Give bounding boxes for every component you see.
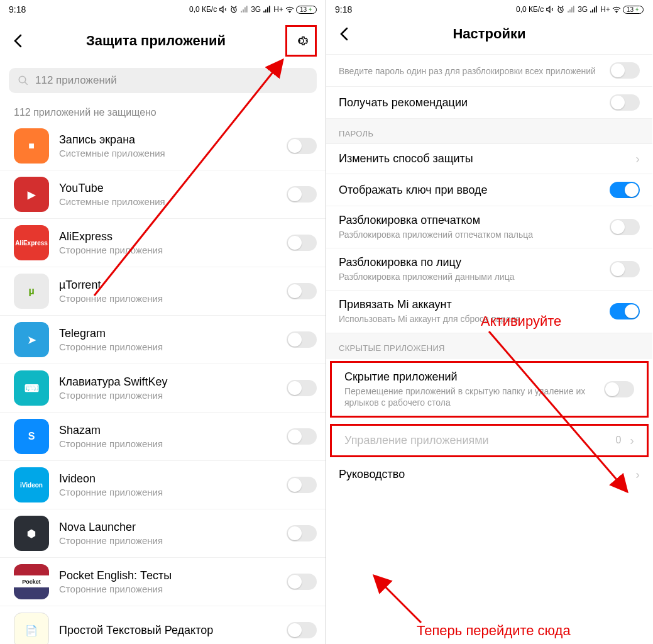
toggle-show-key[interactable]: [610, 182, 640, 198]
back-button[interactable]: [9, 32, 26, 50]
toggle-fingerprint[interactable]: [610, 219, 640, 235]
signal1-icon: [567, 5, 576, 14]
app-row[interactable]: ⬢Nova LauncherСторонние приложения: [0, 509, 326, 558]
app-name: Клавиатура SwiftKey: [59, 375, 277, 389]
section-password: ПАРОЛЬ: [326, 119, 652, 144]
wifi-icon: [285, 5, 294, 14]
wifi-icon: [612, 5, 621, 14]
app-sub: Системные приложения: [59, 196, 277, 207]
setting-manage-apps[interactable]: Управление приложениями 0 ›: [330, 424, 649, 457]
toggle-app-lock[interactable]: [287, 622, 317, 638]
app-name: Telegram: [59, 327, 277, 340]
app-row[interactable]: SShazamСторонние приложения: [0, 413, 326, 461]
app-icon: S: [14, 419, 49, 454]
settings-button[interactable]: [285, 25, 317, 57]
app-row[interactable]: µµTorrentСторонние приложения: [0, 267, 326, 316]
app-icon: ➤: [14, 322, 49, 357]
toggle-mi-account[interactable]: [610, 303, 640, 319]
app-sub: Сторонние приложения: [59, 293, 277, 304]
app-icon: ⌨: [14, 370, 49, 406]
status-net2: H+: [273, 5, 283, 14]
toggle-app-lock[interactable]: [287, 235, 317, 251]
toggle-app-lock[interactable]: [287, 138, 317, 154]
app-icon: AliExpress: [14, 225, 49, 260]
setting-show-key[interactable]: Отображать ключ при вводе: [326, 174, 652, 206]
search-input[interactable]: 112 приложений: [9, 68, 317, 93]
toggle-app-lock[interactable]: [287, 428, 317, 445]
app-sub: Сторонние приложения: [59, 584, 277, 594]
app-sub: Сторонние приложения: [59, 390, 277, 401]
gear-icon: [294, 33, 309, 48]
phone-left: 9:18 0,0 КБ/с 3G H+ 13 Защита приложений: [0, 0, 326, 644]
app-sub: Системные приложения: [59, 148, 277, 158]
battery-icon: 13: [296, 6, 317, 14]
section-hidden-apps: СКРЫТЫЕ ПРИЛОЖЕНИЯ: [326, 333, 652, 358]
setting-face-unlock[interactable]: Разблокировка по лицу Разблокировка прил…: [326, 248, 652, 291]
app-icon: ▶: [14, 177, 49, 212]
toggle-app-lock[interactable]: [287, 186, 317, 203]
app-row[interactable]: ⌨Клавиатура SwiftKeyСторонние приложения: [0, 364, 326, 413]
toggle-group-unlock[interactable]: [610, 62, 640, 79]
toggle-app-lock[interactable]: [287, 283, 317, 299]
app-icon: ■: [14, 128, 49, 164]
setting-guide[interactable]: Руководство ›: [326, 460, 652, 489]
alarm-icon: [556, 5, 565, 14]
app-name: Простой Текстовый Редактор: [59, 624, 277, 637]
status-data: 0,0 КБ/с: [189, 5, 217, 14]
app-sub: Сторонние приложения: [59, 341, 277, 352]
toggle-face-unlock[interactable]: [610, 261, 640, 277]
status-bar: 9:18 0,0 КБ/с 3G H+ 13: [326, 0, 652, 19]
app-row[interactable]: ➤TelegramСторонние приложения: [0, 316, 326, 364]
chevron-right-icon: ›: [630, 433, 634, 448]
toggle-app-lock[interactable]: [287, 477, 317, 493]
app-row[interactable]: AliExpressAliExpressСторонние приложения: [0, 219, 326, 267]
search-icon: [18, 75, 29, 86]
app-icon: ⬢: [14, 516, 49, 551]
setting-fingerprint[interactable]: Разблокировка отпечатком Разблокировка п…: [326, 206, 652, 248]
battery-icon: 13: [623, 6, 644, 14]
setting-group-unlock[interactable]: Введите пароль один раз для разблокировк…: [326, 54, 652, 87]
toggle-recommendations[interactable]: [610, 94, 640, 111]
section-unprotected: 112 приложений не защищено: [0, 102, 326, 122]
app-icon: Pocket: [14, 564, 49, 599]
app-sub: Сторонние приложения: [59, 245, 277, 255]
toggle-app-lock[interactable]: [287, 380, 317, 396]
app-row[interactable]: ■Запись экранаСистемные приложения: [0, 122, 326, 170]
alarm-icon: [229, 5, 238, 14]
setting-recommendations[interactable]: Получать рекомендации: [326, 87, 652, 119]
toggle-app-lock[interactable]: [287, 574, 317, 590]
toggle-app-lock[interactable]: [287, 525, 317, 541]
status-time: 9:18: [335, 4, 352, 14]
app-row[interactable]: PocketPocket English: ТестыСторонние при…: [0, 558, 326, 606]
app-name: Ivideon: [59, 472, 277, 486]
signal2-icon: [590, 5, 598, 14]
chevron-right-icon: ›: [635, 467, 640, 482]
app-name: Pocket English: Тесты: [59, 569, 277, 582]
app-name: Nova Launcher: [59, 521, 277, 534]
app-name: µTorrent: [59, 279, 277, 292]
back-button[interactable]: [335, 25, 353, 43]
toggle-hide-apps[interactable]: [604, 381, 634, 397]
toggle-app-lock[interactable]: [287, 331, 317, 348]
mute-icon: [546, 5, 554, 14]
app-row[interactable]: ▶YouTubeСистемные приложения: [0, 170, 326, 219]
svg-point-1: [19, 76, 26, 83]
status-time: 9:18: [9, 4, 26, 14]
setting-mi-account[interactable]: Привязать Mi аккаунт Использовать Mi акк…: [326, 291, 652, 333]
app-icon: iVideon: [14, 467, 49, 502]
app-name: AliExpress: [59, 230, 277, 243]
page-title: Защита приложений: [26, 33, 285, 49]
app-list: ■Запись экранаСистемные приложения▶YouTu…: [0, 122, 326, 644]
app-name: YouTube: [59, 182, 277, 195]
app-row[interactable]: iVideonIvideonСторонние приложения: [0, 461, 326, 509]
app-sub: Сторонние приложения: [59, 438, 277, 449]
app-sub: Сторонние приложения: [59, 535, 277, 546]
page-title: Настройки: [353, 26, 626, 42]
status-bar: 9:18 0,0 КБ/с 3G H+ 13: [0, 0, 326, 19]
app-icon: µ: [14, 274, 49, 309]
app-row[interactable]: 📄Простой Текстовый Редактор: [0, 606, 326, 644]
app-sub: Сторонние приложения: [59, 487, 277, 497]
setting-hide-apps[interactable]: Скрытие приложений Перемещение приложени…: [330, 361, 649, 418]
phone-right: 9:18 0,0 КБ/с 3G H+ 13 Настройки Введите…: [326, 0, 652, 644]
setting-change-method[interactable]: Изменить способ защиты ›: [326, 144, 652, 174]
